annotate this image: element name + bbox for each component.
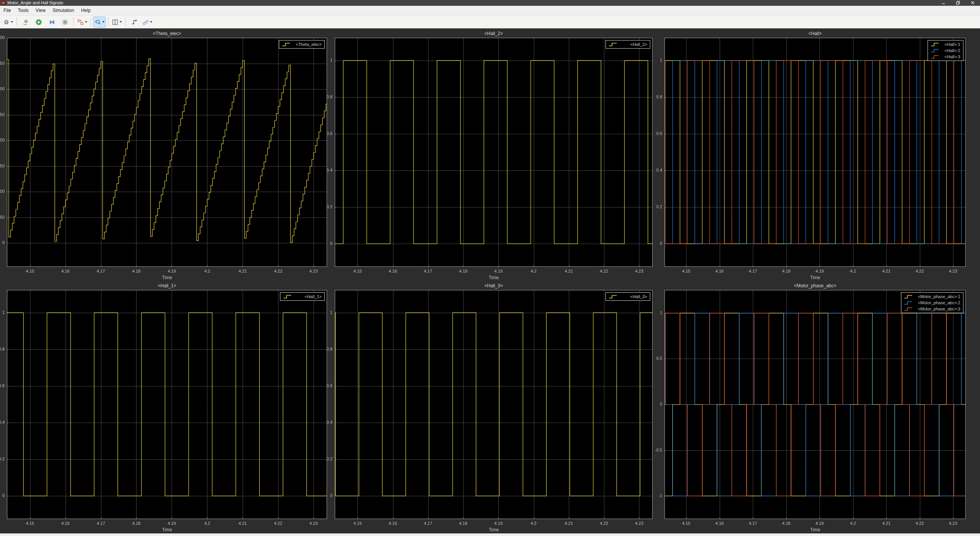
measurements-button[interactable]	[141, 17, 153, 27]
scope-plot-hall3[interactable]: <Hall_3> 00.20.40.60.81 <Hall_3> Time 4.…	[335, 290, 653, 519]
toolbar-separator	[17, 17, 17, 27]
chevron-down-icon[interactable]	[120, 21, 122, 23]
x-tick-label: 4.23	[303, 269, 324, 273]
y-tick-label: 0	[0, 240, 5, 245]
hall1-canvas[interactable]	[7, 290, 327, 519]
menu-item-view[interactable]: View	[32, 6, 49, 15]
minimize-button[interactable]	[936, 0, 951, 6]
step-forward-button[interactable]	[46, 17, 58, 27]
y-tick-label: 0.4	[315, 168, 332, 172]
hall-legend[interactable]: <Hall>:1<Hall>:2<Hall>:3	[928, 40, 963, 61]
time-axis-label: Time	[665, 275, 966, 280]
time-axis-label: Time	[335, 275, 653, 280]
motor-phase-abc-legend[interactable]: <Motor_phase_abc>:1<Motor_phase_abc>:2<M…	[901, 292, 963, 313]
y-tick-label: -0.5	[645, 448, 662, 452]
y-tick-label: 0.2	[315, 457, 332, 461]
x-tick-label: 4.21	[558, 269, 580, 273]
legend-label: <Motor_phase_abc>:2	[918, 300, 960, 305]
y-axis-labels: 050100150200250300350400	[0, 38, 5, 267]
y-tick-label: 350	[0, 61, 5, 66]
y-tick-label: 0.2	[0, 457, 5, 461]
hall3-canvas[interactable]	[335, 290, 653, 519]
menu-item-file[interactable]: File	[0, 6, 14, 15]
minimize-icon	[941, 0, 946, 6]
x-tick-label: 4.19	[161, 521, 182, 526]
x-tick-label: 4.22	[593, 521, 615, 526]
menu-item-tools[interactable]: Tools	[14, 6, 32, 15]
y-tick-label: 0.6	[0, 383, 5, 388]
step-line-icon	[904, 306, 913, 312]
window-controls	[936, 0, 980, 6]
y-tick-label: 0.2	[315, 204, 332, 209]
motor-phase-abc-canvas[interactable]	[665, 290, 966, 519]
hall2-canvas[interactable]	[335, 38, 653, 267]
menu-item-simulation[interactable]: Simulation	[49, 6, 78, 15]
legend-entry: <Motor_phase_abc>:1	[904, 293, 960, 300]
legend-label: <Hall>:2	[945, 48, 960, 53]
y-tick-label: 0.6	[315, 131, 332, 136]
step-forward-icon	[49, 19, 55, 25]
chevron-down-icon[interactable]	[85, 21, 87, 23]
step-line-icon	[904, 300, 913, 305]
status-bar[interactable]	[0, 533, 980, 536]
simulation-gear-icon	[22, 19, 29, 25]
x-tick-label: 4.18	[125, 269, 147, 273]
stop-button[interactable]	[59, 17, 71, 27]
scope-plot-hall[interactable]: <Hall> 00.20.40.60.81 <Hall>:1<Hall>:2<H…	[665, 38, 966, 267]
configuration-properties-button[interactable]	[2, 17, 14, 27]
x-tick-label: 4.15	[675, 269, 697, 273]
y-tick-label: 0	[645, 241, 662, 246]
x-tick-label: 4.23	[303, 521, 324, 526]
simulation-settings-button[interactable]	[19, 17, 32, 27]
y-tick-label: 0.4	[315, 420, 332, 425]
x-tick-label: 4.18	[776, 521, 797, 526]
close-button[interactable]	[965, 0, 980, 6]
x-tick-label: 4.2	[842, 521, 864, 526]
x-tick-label: 4.23	[942, 521, 964, 526]
zoom-button[interactable]	[93, 17, 106, 27]
menu-item-help[interactable]: Help	[78, 6, 94, 15]
time-axis-label: Time	[7, 275, 327, 280]
title-bar[interactable]: Motor_Angle and Hall Signals	[0, 0, 980, 6]
y-axis-labels: 00.20.40.60.81	[315, 290, 332, 519]
x-tick-label: 4.18	[776, 269, 797, 273]
scope-plot-motor-phase-abc[interactable]: <Motor_phase_abc> -1-0.500.51 <Motor_pha…	[665, 290, 966, 519]
chevron-down-icon[interactable]	[150, 21, 152, 23]
chevron-down-icon[interactable]	[11, 21, 13, 23]
legend-entry: <Hall>:2	[931, 47, 960, 54]
scope-plot-hall1[interactable]: <Hall_1> 00.20.40.60.81 <Hall_1> Time 4.…	[7, 290, 327, 519]
hall3-legend[interactable]: <Hall_3>	[606, 292, 650, 301]
theta-elec-canvas[interactable]	[7, 38, 327, 267]
hall2-legend[interactable]: <Hall_2>	[606, 40, 650, 49]
chevron-down-icon[interactable]	[102, 21, 105, 23]
toolbar-separator	[91, 17, 91, 27]
legend-label: <Hall_3>	[622, 294, 647, 299]
x-tick-label: 4.15	[347, 521, 368, 526]
scope-plot-theta-elec[interactable]: <Theta_elec> 050100150200250300350400 <T…	[7, 38, 327, 267]
legend-entry: <Motor_phase_abc>:2	[904, 300, 960, 306]
x-tick-label: 4.19	[487, 269, 509, 273]
y-tick-label: 300	[0, 86, 5, 91]
highlight-simulink-block-button[interactable]	[76, 17, 88, 27]
x-tick-label: 4.22	[909, 269, 931, 273]
y-axis-labels: -1-0.500.51	[645, 290, 662, 519]
x-tick-label: 4.16	[709, 269, 730, 273]
x-tick-label: 4.17	[90, 269, 112, 273]
x-tick-label: 4.21	[875, 521, 897, 526]
hall-canvas[interactable]	[665, 38, 966, 267]
y-axis-labels: 00.20.40.60.81	[315, 38, 332, 267]
x-tick-label: 4.16	[55, 269, 76, 273]
trigger-button[interactable]	[128, 17, 140, 27]
step-line-icon	[609, 294, 617, 299]
y-tick-label: 0.2	[645, 204, 662, 209]
scope-plot-hall2[interactable]: <Hall_2> 00.20.40.60.81 <Hall_2> Time 4.…	[335, 38, 653, 267]
toolbar	[0, 15, 980, 29]
fit-to-view-button[interactable]	[111, 17, 123, 27]
x-tick-label: 4.18	[125, 521, 147, 526]
x-tick-label: 4.19	[161, 269, 182, 273]
restore-button[interactable]	[951, 0, 965, 6]
x-tick-label: 4.15	[19, 521, 41, 526]
run-button[interactable]	[32, 17, 45, 27]
toolbar-separator	[73, 17, 74, 27]
y-tick-label: 0	[315, 241, 332, 246]
